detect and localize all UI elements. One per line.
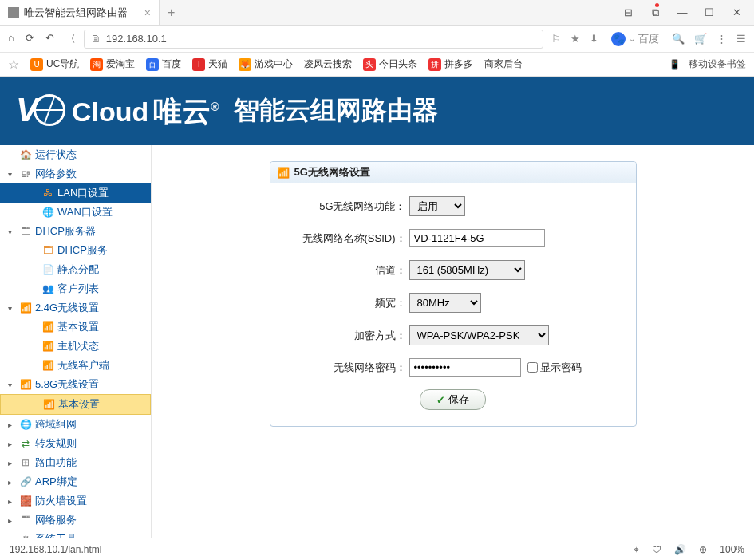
shield-icon[interactable]: 🛡 (652, 544, 661, 555)
select-bandwidth[interactable]: 80MHz (409, 293, 481, 313)
bookmark-label: 游戏中心 (255, 57, 293, 71)
sidebar-item[interactable]: ▸🧱防火墙设置 (0, 491, 151, 511)
page-header: V Cloud 唯云® 智能云组网路由器 (0, 77, 754, 145)
sidebar-item[interactable]: 🗔DHCP服务 (0, 241, 151, 260)
sidebar-item[interactable]: 🏠运行状态 (0, 145, 151, 164)
tree-item-icon: 🏠 (19, 148, 32, 161)
kebab-menu-icon[interactable]: ⋮ (716, 33, 727, 45)
tree-item-label: 系统工具 (35, 532, 77, 538)
tree-item-label: 基本设置 (57, 320, 99, 334)
sidebar-item[interactable]: ▸🗔网络服务 (0, 511, 151, 530)
sidebar-item[interactable]: 📶无线客户端 (0, 356, 151, 375)
tree-toggle-icon: ▸ (8, 497, 16, 506)
window-minimize-icon[interactable]: — (674, 6, 690, 19)
tree-item-icon: 📶 (19, 302, 32, 314)
hamburger-menu-icon[interactable]: ☰ (736, 33, 746, 45)
favorites-icon[interactable]: ☆ (8, 57, 19, 72)
sidebar-item[interactable]: ▾📶5.8G无线设置 (0, 375, 151, 394)
new-tab-button[interactable]: + (160, 6, 183, 20)
tree-item-label: DHCP服务 (57, 243, 108, 258)
url-input[interactable]: 🗎 192.168.10.1 (84, 30, 543, 49)
tree-item-icon: 🗔 (19, 225, 32, 238)
sidebar-item[interactable]: ▸⇄转发规则 (0, 434, 151, 453)
tree-item-label: 网络服务 (35, 513, 77, 527)
browser-tab[interactable]: 唯云智能云组网路由器 × (0, 0, 160, 25)
sidebar-item[interactable]: ▸⚙系统工具 (0, 530, 151, 538)
search-icon[interactable]: 🔍 (672, 33, 685, 45)
save-button[interactable]: ✓ 保存 (420, 389, 486, 410)
undo-icon[interactable]: ↶ (45, 32, 54, 46)
settings-panel: 📶 5G无线网络设置 5G无线网络功能： 启用 无线网络名称(SSID)： 信道… (270, 161, 637, 427)
bookmark-icon: 百 (146, 58, 159, 71)
bookmark-item[interactable]: T天猫 (192, 57, 227, 71)
bookmark-icon: 🦊 (239, 58, 251, 71)
close-tab-icon[interactable]: × (144, 6, 151, 19)
bookmark-item[interactable]: UUC导航 (30, 57, 79, 71)
download-icon[interactable]: ⬇ (590, 33, 598, 45)
sidebar-item[interactable]: ▸⊞路由功能 (0, 453, 151, 472)
tree-item-label: 主机状态 (57, 339, 99, 353)
sidebar-item[interactable]: 📄静态分配 (0, 260, 151, 279)
sidebar-item[interactable]: ▾🗔DHCP服务器 (0, 222, 151, 241)
status-url: 192.168.10.1/lan.html (10, 544, 101, 555)
mobile-bookmarks-icon[interactable]: 📱 (669, 59, 681, 70)
select-channel[interactable]: 161 (5805MHz) (409, 260, 525, 280)
bookmark-label: 爱淘宝 (106, 57, 135, 71)
url-text: 192.168.10.1 (106, 33, 167, 45)
site-info-icon[interactable]: 🗎 (91, 33, 101, 45)
window-close-icon[interactable]: ✕ (728, 6, 744, 19)
back-icon[interactable]: 〈 (65, 32, 76, 46)
bookmark-item[interactable]: 淘爱淘宝 (90, 57, 135, 71)
window-restore-icon[interactable]: ⧉ (647, 6, 663, 19)
tree-item-label: 客户列表 (57, 282, 99, 296)
sidebar-item[interactable]: 🌐WAN口设置 (0, 203, 151, 222)
sidebar-item[interactable]: 📶基本设置 (0, 394, 151, 415)
label-channel: 信道： (290, 263, 409, 278)
sidebar-item[interactable]: ▸🔗ARP绑定 (0, 472, 151, 491)
window-controls: ⊟ ⧉ — ☐ ✕ (610, 6, 754, 19)
bookmark-item[interactable]: 头今日头条 (363, 57, 417, 71)
mobile-bookmarks-label[interactable]: 移动设备书签 (689, 57, 746, 71)
show-password-toggle[interactable]: 显示密码 (527, 361, 582, 375)
tree-item-label: ARP绑定 (35, 475, 77, 489)
flag-icon[interactable]: ⚐ (551, 33, 561, 45)
bookmark-item[interactable]: 商家后台 (484, 57, 523, 71)
zoom-icon[interactable]: ⊕ (699, 544, 707, 555)
bookmark-label: 天猫 (208, 57, 227, 71)
select-encryption[interactable]: WPA-PSK/WPA2-PSK (409, 325, 549, 345)
reload-icon[interactable]: ⟳ (26, 32, 34, 46)
input-ssid[interactable] (409, 229, 545, 247)
sidebar-item[interactable]: 📶主机状态 (0, 337, 151, 356)
tree-item-icon: ⊞ (19, 456, 32, 469)
home-icon[interactable]: ⌂ (8, 32, 14, 46)
compass-icon[interactable]: ⌖ (634, 544, 639, 555)
sidebar-item[interactable]: 👥客户列表 (0, 279, 151, 298)
tree-item-icon: 🖳 (19, 168, 32, 180)
bookmark-label: UC导航 (46, 57, 79, 71)
window-maximize-icon[interactable]: ☐ (701, 6, 717, 19)
wifi-icon: 📶 (277, 167, 290, 179)
sidebar-item[interactable]: ▾📶2.4G无线设置 (0, 298, 151, 317)
volume-icon[interactable]: 🔊 (674, 544, 686, 555)
bookmark-item[interactable]: 凌风云搜索 (304, 57, 352, 71)
window-pin-icon[interactable]: ⊟ (620, 6, 636, 19)
star-icon[interactable]: ★ (570, 33, 580, 45)
select-enable[interactable]: 启用 (409, 196, 465, 216)
tree-toggle-icon: ▾ (8, 304, 16, 313)
sidebar-item[interactable]: ▸🌐跨域组网 (0, 415, 151, 434)
label-enable: 5G无线网络功能： (290, 199, 409, 214)
show-password-checkbox[interactable] (527, 362, 538, 373)
label-encryption: 加密方式： (290, 329, 409, 343)
bookmark-item[interactable]: 🦊游戏中心 (239, 57, 293, 71)
sidebar-item[interactable]: 📶基本设置 (0, 317, 151, 337)
bookmark-item[interactable]: 百百度 (146, 57, 181, 71)
search-engine-select[interactable]: 🐾 ⌄ 百度 (608, 32, 662, 46)
input-password[interactable] (409, 358, 521, 377)
bookmark-item[interactable]: 拼拼多多 (428, 57, 473, 71)
cart-icon[interactable]: 🛒 (694, 33, 707, 45)
tree-toggle-icon: ▸ (8, 478, 16, 487)
tree-toggle-icon: ▾ (8, 381, 16, 389)
sidebar-item[interactable]: ▾🖳网络参数 (0, 164, 151, 183)
bookmark-label: 商家后台 (484, 57, 523, 71)
sidebar-item[interactable]: 🖧LAN口设置 (0, 183, 151, 203)
